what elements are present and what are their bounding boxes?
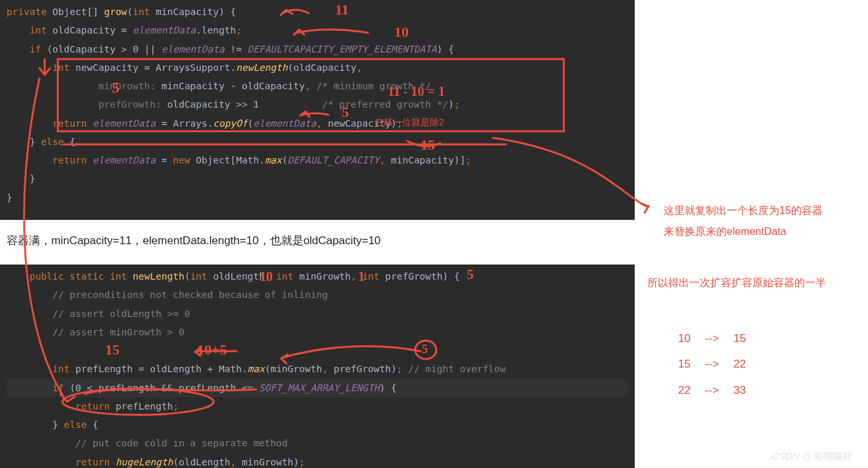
anno-10: 10 [394,24,409,41]
table-row: 22-->33 [672,378,752,402]
anno-11: 11 [335,1,349,18]
anno-b10: 10 [260,269,273,284]
anno-b5: 5 [467,266,474,283]
anno-b15: 15 [105,341,120,358]
anno-bcircle5: 5 [422,343,428,356]
code-block-grow: private Object[] grow(int minCapacity) {… [0,0,635,220]
table-row: 15-->22 [672,352,752,376]
note-half-growth: 所以得出一次扩容扩容原始容器的一半 [647,272,826,293]
anno-b1: 1 [358,269,365,284]
growth-table: 10-->1515-->2222-->33 [670,325,754,404]
table-row: 10-->15 [672,326,752,351]
anno-5-shift: 5 [342,104,349,121]
note-line: 来替换原来的elementData [664,221,823,242]
anno-5-left: 5 [112,79,120,96]
note-copy-container: 这里就复制出一个长度为15的容器 来替换原来的elementData [664,200,823,242]
watermark: CSDN @简明编程 [771,450,852,463]
explanation-text: 容器满，minCapacity=11，elementData.length=10… [7,233,380,248]
anno-15-copy: 15 [421,137,435,154]
note-line: 这里就复制出一个长度为15的容器 [664,200,823,221]
anno-b105: 10+5 [197,341,227,358]
anno-11-10-1: 11 - 10 = 1 [388,84,445,99]
anno-shift-note: 右移一位就是除2 [375,117,444,129]
code-block-newlength: public static int newLength(int oldLengt… [0,265,635,468]
